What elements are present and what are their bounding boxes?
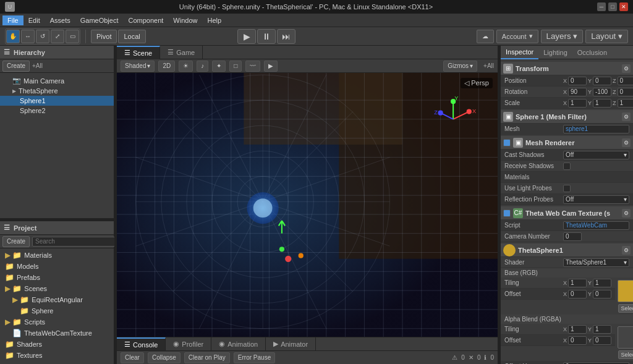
local-button[interactable]: Local [118, 30, 145, 43]
proj-theta-webcam[interactable]: 📄 ThetaWebCamTexture [0, 328, 114, 339]
pos-y-field[interactable]: 0 [593, 77, 611, 85]
console-collapse-btn[interactable]: Collapse [148, 352, 181, 363]
proj-shaders[interactable]: 📁 Shaders [0, 339, 114, 350]
cast-shadows-dropdown[interactable]: Off ▾ [563, 151, 629, 159]
rot-y-field[interactable]: -100 [593, 88, 611, 96]
use-light-probes-checkbox[interactable] [563, 185, 571, 192]
reflection-probes-dropdown[interactable]: Off ▾ [563, 195, 629, 204]
shaded-button[interactable]: Shaded ▾ [121, 61, 155, 72]
console-error-pause-btn[interactable]: Error Pause [234, 352, 275, 363]
base-offset-x[interactable]: 0 [568, 290, 587, 298]
step-button[interactable]: ⏭ [277, 29, 295, 44]
scene-tab[interactable]: ☰ Scene [117, 46, 160, 59]
scale-y-field[interactable]: 1 [593, 99, 611, 108]
mesh-value-field[interactable]: sphere1 [563, 125, 629, 133]
cloud-button[interactable]: ☁ [477, 30, 494, 43]
receive-shadows-checkbox[interactable] [563, 163, 571, 170]
theta-webcam-checkbox[interactable] [503, 210, 511, 217]
offset-u-field[interactable]: 0 [563, 362, 629, 365]
menu-component[interactable]: Component [123, 15, 168, 25]
menu-gameobject[interactable]: GameObject [75, 15, 124, 25]
proj-models[interactable]: 📁 Models [0, 261, 114, 272]
menu-edit[interactable]: Edit [23, 15, 45, 25]
console-clear-on-play-btn[interactable]: Clear on Play [184, 352, 230, 363]
base-offset-y[interactable]: 0 [593, 290, 611, 298]
base-tiling-x[interactable]: 1 [568, 279, 587, 287]
layers-button[interactable]: Layers ▾ [541, 30, 584, 43]
proj-prefabs[interactable]: 📁 Prefabs [0, 272, 114, 283]
theta-sphere-header[interactable]: ThetaSphere1 ⚙ [501, 243, 633, 257]
hier-item-theta-sphere[interactable]: ▶ ThetaSphere [0, 86, 114, 96]
alpha-offset-x[interactable]: 0 [568, 336, 587, 345]
menu-window[interactable]: Window [168, 15, 202, 25]
proj-equirect[interactable]: ▶ 📁 EquiRectAngular [0, 294, 114, 305]
profiler-tab[interactable]: ◉ Profiler [166, 337, 211, 351]
menu-help[interactable]: Help [202, 15, 226, 25]
rot-z-field[interactable]: 0 [618, 88, 633, 96]
minimize-button[interactable]: ─ [597, 2, 606, 11]
proj-scenes[interactable]: ▶ 📁 Scenes [0, 283, 114, 294]
play-button[interactable]: ▶ [237, 29, 256, 44]
scene-fog-btn[interactable]: 〰 [245, 61, 260, 72]
proj-materials[interactable]: ▶ 📁 Materials [0, 250, 114, 261]
layout-button[interactable]: Layout ▾ [585, 30, 628, 43]
rot-x-field[interactable]: 90 [568, 88, 587, 96]
proj-sphere[interactable]: 📁 Sphere [0, 305, 114, 316]
alpha-tiling-y[interactable]: 1 [593, 325, 611, 334]
hier-item-sphere1[interactable]: Sphere1 [0, 96, 114, 106]
scale-x-field[interactable]: 1 [568, 99, 587, 108]
alpha-offset-y[interactable]: 0 [593, 336, 611, 345]
proj-scripts[interactable]: ▶ 📁 Scripts [0, 316, 114, 328]
script-value-field[interactable]: ThetaWebCam [563, 221, 629, 230]
close-button[interactable]: ✕ [619, 2, 628, 11]
scene-fx-btn[interactable]: ✦ [212, 61, 226, 72]
scale-z-field[interactable]: 1 [618, 99, 633, 108]
mesh-filter-settings-icon[interactable]: ⚙ [622, 112, 631, 121]
theta-webcam-header[interactable]: C# Theta Web Cam Texture (s ⚙ [501, 206, 633, 220]
animation-tab[interactable]: ◉ Animation [211, 337, 266, 351]
maximize-button[interactable]: □ [608, 2, 617, 11]
inspector-tab[interactable]: Inspector [501, 46, 538, 59]
game-tab[interactable]: ☰ Game [160, 46, 203, 59]
alpha-tiling-x[interactable]: 1 [568, 325, 587, 334]
scene-skybox-btn[interactable]: □ [229, 61, 242, 72]
lighting-tab[interactable]: Lighting [538, 46, 572, 59]
tool-r[interactable]: ⤢ [51, 30, 64, 43]
theta-sphere-settings-icon[interactable]: ⚙ [622, 246, 631, 255]
mesh-filter-header[interactable]: ▣ Sphere 1 (Mesh Filter) ⚙ [501, 110, 633, 124]
gizmos-button[interactable]: Gizmos ▾ [443, 61, 477, 72]
scene-audio-btn[interactable]: ♪ [197, 61, 208, 72]
pos-x-field[interactable]: 0 [568, 77, 587, 85]
proj-textures[interactable]: 📁 Textures [0, 350, 114, 361]
project-create-btn[interactable]: Create [2, 236, 30, 247]
viewport[interactable]: X Y Z ◁ Persp [117, 73, 498, 337]
project-search-input[interactable] [32, 237, 117, 247]
base-tiling-y[interactable]: 1 [593, 279, 611, 287]
tool-e[interactable]: ↺ [36, 30, 49, 43]
pivot-button[interactable]: Pivot [91, 30, 117, 43]
hierarchy-create-btn[interactable]: Create [2, 61, 30, 72]
mesh-renderer-header[interactable]: ▣ Mesh Renderer ⚙ [501, 136, 633, 150]
mesh-renderer-checkbox[interactable] [503, 139, 511, 146]
tool-q[interactable]: ✋ [6, 30, 20, 43]
menu-assets[interactable]: Assets [45, 15, 75, 25]
pos-z-field[interactable]: 0 [618, 77, 633, 85]
twod-button[interactable]: 2D [158, 61, 175, 72]
hier-item-sphere2[interactable]: Sphere2 [0, 106, 114, 116]
console-tab[interactable]: ☰ Console [117, 337, 166, 351]
tool-w[interactable]: ↔ [21, 30, 35, 43]
console-clear-btn[interactable]: Clear [121, 352, 144, 363]
alpha-select-btn[interactable]: Select [618, 350, 633, 359]
transform-settings-icon[interactable]: ⚙ [622, 64, 631, 73]
menu-file[interactable]: File [2, 15, 23, 25]
animator-tab[interactable]: ▶ Animator [266, 337, 316, 351]
mesh-renderer-settings-icon[interactable]: ⚙ [622, 138, 631, 147]
scene-ani-btn[interactable]: ▶ [264, 61, 278, 72]
occlusion-tab[interactable]: Occlusion [572, 46, 612, 59]
scene-light-btn[interactable]: ☀ [179, 61, 193, 72]
hier-item-main-camera[interactable]: 📷 Main Camera [0, 75, 114, 86]
account-button[interactable]: Account ▾ [496, 30, 538, 43]
base-select-btn[interactable]: Select [618, 304, 633, 313]
tool-t[interactable]: ▭ [66, 30, 79, 43]
shader-dropdown[interactable]: Theta/Sphere1 ▾ [563, 258, 629, 267]
